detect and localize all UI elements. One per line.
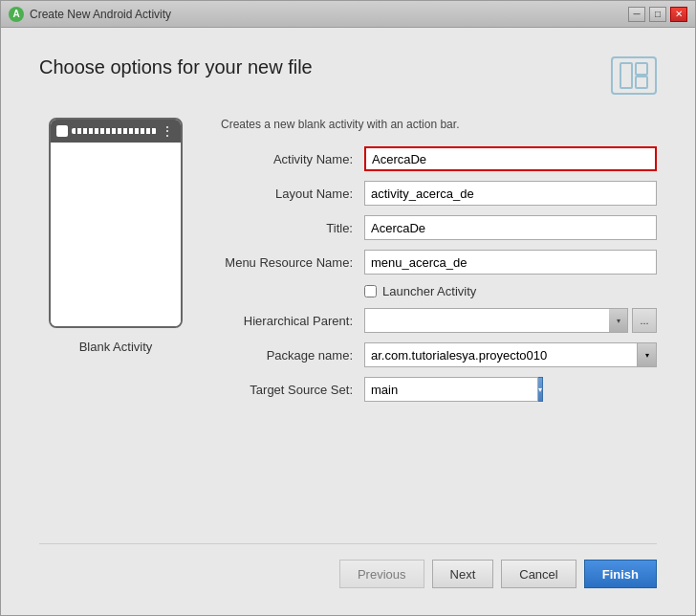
menu-resource-input[interactable] xyxy=(364,250,657,275)
target-source-dropdown: ▾ xyxy=(364,377,479,402)
layout-name-row: Layout Name: xyxy=(221,181,657,206)
main-window: A Create New Android Activity ─ □ ✕ Choo… xyxy=(0,0,696,616)
phone-nav-btn xyxy=(56,125,68,137)
layout-icon xyxy=(611,56,657,95)
title-bar-controls: ─ □ ✕ xyxy=(628,7,687,22)
form-panel: Creates a new blank activity with an act… xyxy=(221,118,657,543)
phone-squiggle xyxy=(72,128,157,134)
title-bar-text: Create New Android Activity xyxy=(30,8,171,21)
title-input[interactable] xyxy=(364,215,657,240)
launcher-activity-checkbox[interactable] xyxy=(364,285,377,297)
package-name-input[interactable] xyxy=(364,342,638,367)
hierarchical-parent-label: Hierarchical Parent: xyxy=(221,314,364,328)
page-title: Choose options for your new file xyxy=(39,56,313,78)
menu-resource-row: Menu Resource Name: xyxy=(221,250,657,275)
title-bar: A Create New Android Activity ─ □ ✕ xyxy=(1,1,695,28)
layout-name-input[interactable] xyxy=(364,181,657,206)
package-name-label: Package name: xyxy=(221,348,364,363)
description-text: Creates a new blank activity with an act… xyxy=(221,118,657,131)
target-source-row: Target Source Set: ▾ xyxy=(221,377,657,402)
target-source-label: Target Source Set: xyxy=(221,383,364,397)
preview-label: Blank Activity xyxy=(79,340,153,354)
launcher-activity-label[interactable]: Launcher Activity xyxy=(382,284,476,298)
activity-name-input[interactable] xyxy=(364,146,657,171)
package-name-dropdown-arrow[interactable]: ▾ xyxy=(638,342,657,367)
close-button[interactable]: ✕ xyxy=(670,7,687,22)
hierarchical-parent-input[interactable] xyxy=(364,308,628,333)
activity-name-label: Activity Name: xyxy=(221,152,364,166)
svg-rect-1 xyxy=(636,63,647,75)
package-name-row: Package name: ▾ xyxy=(221,342,657,367)
target-source-input[interactable] xyxy=(364,377,538,402)
menu-resource-label: Menu Resource Name: xyxy=(221,255,364,270)
activity-name-row: Activity Name: xyxy=(221,146,657,171)
phone-mockup: ⋮ xyxy=(49,118,183,328)
minimize-button[interactable]: ─ xyxy=(628,7,645,22)
phone-menu-dots: ⋮ xyxy=(161,123,175,139)
next-button[interactable]: Next xyxy=(432,560,494,588)
title-row: Title: xyxy=(221,215,657,240)
dialog-content: Choose options for your new file ⋮ xyxy=(1,28,695,615)
svg-rect-2 xyxy=(636,77,647,88)
preview-panel: ⋮ Blank Activity xyxy=(39,118,192,543)
page-header: Choose options for your new file xyxy=(39,56,657,95)
title-bar-left: A Create New Android Activity xyxy=(9,7,171,22)
target-source-wrapper: ▾ xyxy=(364,377,479,402)
cancel-button[interactable]: Cancel xyxy=(501,560,576,588)
hierarchical-parent-browse-button[interactable]: ... xyxy=(632,308,657,333)
phone-body xyxy=(51,143,181,326)
target-source-dropdown-arrow[interactable]: ▾ xyxy=(538,377,543,402)
package-name-dropdown: ▾ xyxy=(364,342,657,367)
layout-name-label: Layout Name: xyxy=(221,187,364,201)
svg-rect-0 xyxy=(620,63,632,88)
previous-button[interactable]: Previous xyxy=(339,560,424,588)
app-icon: A xyxy=(9,7,24,22)
launcher-activity-row: Launcher Activity xyxy=(221,284,657,298)
hierarchical-parent-dropdown-arrow[interactable]: ▾ xyxy=(609,308,628,333)
phone-status-bar: ⋮ xyxy=(51,120,181,143)
main-area: ⋮ Blank Activity Creates a new blank act… xyxy=(39,118,657,543)
finish-button[interactable]: Finish xyxy=(584,560,657,588)
hierarchical-parent-dropdown-wrapper: ▾ xyxy=(364,308,628,333)
dialog-footer: Previous Next Cancel Finish xyxy=(39,543,657,596)
title-label: Title: xyxy=(221,221,364,235)
maximize-button[interactable]: □ xyxy=(649,7,666,22)
hierarchical-parent-container: ▾ ... xyxy=(364,308,657,333)
hierarchical-parent-row: Hierarchical Parent: ▾ ... xyxy=(221,308,657,333)
